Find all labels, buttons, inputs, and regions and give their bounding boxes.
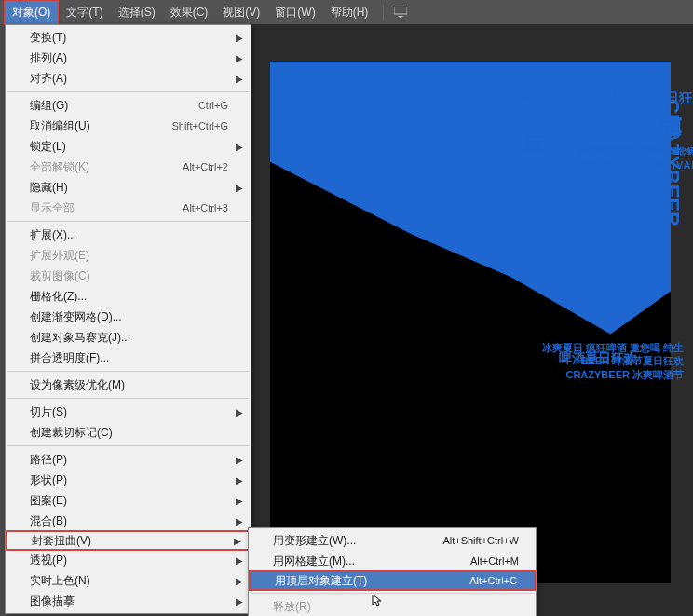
menu-item-label: 全部解锁(K) [30,159,183,175]
submenu-item[interactable]: 用变形建立(W)...Alt+Shift+Ctrl+W [249,530,536,551]
menu-item-label: 创建渐变网格(D)... [30,309,228,325]
menu-window[interactable]: 窗口(W) [267,1,322,24]
menu-item-label: 创建对象马赛克(J)... [30,330,228,346]
menu-item[interactable]: 图案(E)▶ [6,490,251,511]
submenu-arrow-icon: ▶ [236,516,243,527]
menu-item[interactable]: 拼合透明度(F)... [6,348,251,368]
menu-separator [7,91,249,92]
submenu-item[interactable]: 用网格建立(M)...Alt+Ctrl+M [249,551,536,571]
submenu-item-label: 用变形建立(W)... [273,533,442,549]
menu-item[interactable]: 编组(G)Ctrl+G [6,95,251,116]
menu-item[interactable]: 排列(A)▶ [6,48,251,68]
menu-view[interactable]: 视图(V) [215,1,267,24]
menu-separator [7,445,249,446]
submenu-arrow-icon: ▶ [236,496,243,506]
menu-item[interactable]: 锁定(L)▶ [6,136,251,157]
submenu-arrow-icon: ▶ [236,596,243,607]
submenu-arrow-icon: ▶ [236,142,243,152]
canvas-beer-text: BEER [578,113,654,143]
submenu-arrow-icon: ▶ [236,183,243,193]
menu-separator [251,593,534,594]
menu-item-label: 取消编组(U) [30,118,171,134]
submenu-item-label: 用顶层对象建立(T) [275,573,469,589]
menu-help[interactable]: 帮助(H) [323,1,376,24]
menu-item-label: 图像描摹 [30,594,228,609]
submenu-item[interactable]: 用顶层对象建立(T)Alt+Ctrl+C [249,570,536,591]
menu-item[interactable]: 路径(P)▶ [6,449,251,470]
menu-item-label: 设为像素级优化(M) [30,377,228,393]
menu-item: 全部解锁(K)Alt+Ctrl+2 [6,157,251,177]
submenu-item: 释放(R) [249,596,536,616]
menu-item: 显示全部Alt+Ctrl+3 [6,198,251,218]
menu-item-label: 切片(S) [30,404,228,420]
menu-separator [7,371,249,372]
menu-item[interactable]: 形状(P)▶ [6,470,251,490]
menu-separator [7,221,249,222]
menu-item-label: 裁剪图像(C) [30,268,228,284]
menu-item-label: 显示全部 [30,200,183,216]
object-menu-dropdown: 变换(T)▶排列(A)▶对齐(A)▶编组(G)Ctrl+G取消编组(U)Shif… [5,24,251,614]
menu-item[interactable]: 创建对象马赛克(J)... [6,327,251,348]
menu-item[interactable]: 图像描摹▶ [6,591,251,611]
menu-item[interactable]: 扩展(X)... [6,225,251,245]
menu-item-shortcut: Shift+Ctrl+G [171,120,228,131]
menu-item-label: 变换(T) [30,30,228,46]
submenu-arrow-icon: ▶ [236,53,243,63]
menu-item-label: 实时上色(N) [30,573,228,589]
menu-item-label: 创建裁切标记(C) [30,425,228,441]
menu-separator [7,398,249,399]
menu-effect[interactable]: 效果(C) [163,1,216,24]
menu-item[interactable]: 取消编组(U)Shift+Ctrl+G [6,116,251,136]
submenu-arrow-icon: ▶ [236,475,243,486]
submenu-item-shortcut: Alt+Ctrl+C [469,575,517,586]
menu-item-label: 编组(G) [30,98,198,114]
menu-item-label: 形状(P) [30,472,228,488]
submenu-arrow-icon: ▶ [236,576,243,586]
menu-item[interactable]: 混合(B)▶ [6,511,251,531]
menu-item[interactable]: 切片(S)▶ [6,402,251,422]
menu-item-label: 隐藏(H) [30,180,228,196]
submenu-item-shortcut: Alt+Ctrl+M [470,555,519,567]
submenu-arrow-icon: ▶ [236,33,243,43]
menu-item: 扩展外观(E) [6,245,251,266]
menu-item-label: 扩展外观(E) [30,248,228,264]
envelope-distort-submenu: 用变形建立(W)...Alt+Shift+Ctrl+W用网格建立(M)...Al… [248,527,537,616]
submenu-item-label: 释放(R) [273,599,519,615]
menu-item-shortcut: Ctrl+G [198,100,228,111]
menu-item[interactable]: 对齐(A)▶ [6,68,251,89]
menu-item-label: 路径(P) [30,452,228,468]
menu-item[interactable]: 封套扭曲(V)▶ [6,530,251,551]
canvas-side-block-text: 冰爽夏日 疯狂啤酒 邀您喝 纯生 BEER 啤酒节夏日狂欢 CRAZYBEER … [535,341,684,583]
menu-item-label: 扩展(X)... [30,227,228,243]
menu-item[interactable]: 创建裁切标记(C) [6,422,251,443]
menu-item-label: 栅格化(Z)... [30,289,228,305]
submenu-item-label: 用网格建立(M)... [273,554,470,569]
menu-item[interactable]: 实时上色(N)▶ [6,570,251,591]
mouse-cursor-icon [371,593,386,611]
menu-item[interactable]: 创建渐变网格(D)... [6,307,251,327]
workspace-dropdown-icon[interactable] [391,5,410,20]
submenu-arrow-icon: ▶ [236,455,243,465]
menu-item-label: 透视(P) [30,553,228,568]
canvas-side-vertical-text: 冰爽啤酒节CRAZYBEER [659,99,684,226]
menu-item-label: 封套扭曲(V) [32,533,226,549]
menu-item-label: 混合(B) [30,513,228,529]
submenu-item-shortcut: Alt+Shift+Ctrl+W [442,535,519,546]
svg-rect-0 [394,7,407,14]
submenu-arrow-icon: ▶ [234,536,241,546]
menu-item[interactable]: 栅格化(Z)... [6,286,251,307]
menu-item[interactable]: 设为像素级优化(M) [6,375,251,395]
menu-item[interactable]: 变换(T)▶ [6,27,251,48]
menu-item-label: 排列(A) [30,50,228,66]
menu-object[interactable]: 对象(O) [4,0,59,25]
menu-item-label: 对齐(A) [30,71,228,87]
menu-item[interactable]: 透视(P)▶ [6,550,251,570]
menu-item[interactable]: 隐藏(H)▶ [6,177,251,198]
menu-type[interactable]: 文字(T) [59,1,110,24]
menu-select[interactable]: 选择(S) [111,1,163,24]
menu-item-label: 拼合透明度(F)... [30,350,228,366]
submenu-arrow-icon: ▶ [236,407,243,418]
menubar-separator [383,5,384,20]
submenu-arrow-icon: ▶ [236,555,243,566]
menu-item-shortcut: Alt+Ctrl+3 [183,202,228,213]
